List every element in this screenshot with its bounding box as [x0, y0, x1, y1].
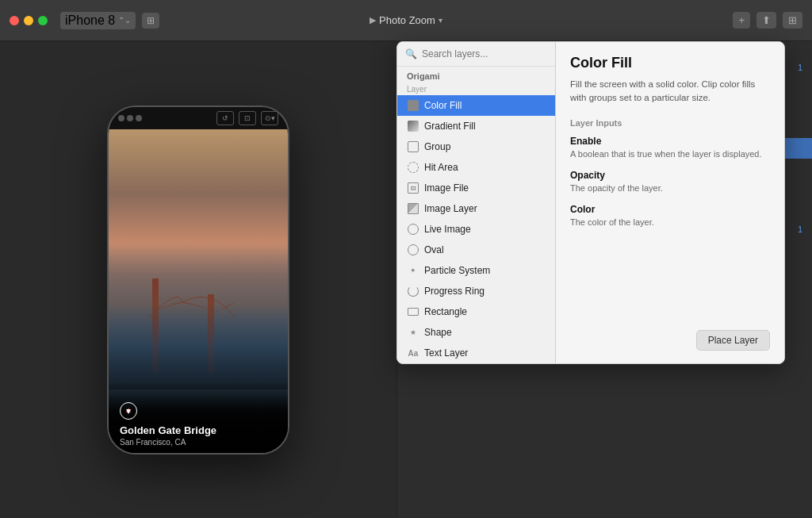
origami-label: Origami [397, 67, 555, 83]
settings-button[interactable]: ⊙▾ [261, 111, 278, 125]
group-list-icon [407, 140, 419, 153]
location-sub: San Francisco, CA [120, 438, 277, 447]
dot-1 [118, 115, 124, 121]
view-icon: ⊞ [788, 14, 797, 26]
place-layer-button[interactable]: Place Layer [696, 330, 770, 351]
opacity-prop: Opacity The opacity of the layer. [570, 170, 770, 194]
gradient-fill-list-icon [407, 120, 419, 132]
dropdown-item-rectangle[interactable]: Rectangle [397, 301, 555, 322]
particle-list-icon: ✦ [407, 264, 419, 277]
dropdown-item-group[interactable]: Group [397, 136, 555, 157]
iphone-mockup: ↺ ⊡ ⊙▾ [107, 106, 289, 455]
dropdown-item-oval[interactable]: Oval [397, 240, 555, 260]
title-center: ▶ Photo Zoom ▾ [370, 14, 442, 26]
fullscreen-button[interactable] [38, 16, 48, 25]
color-prop: Color The color of the layer. [570, 204, 770, 228]
iphone-screen: Golden Gate Bridge San Francisco, CA [109, 129, 288, 453]
title-bar: iPhone 8 ⌃⌄ ⊞ ▶ Photo Zoom ▾ + ⬆ ⊞ [0, 0, 812, 41]
live-image-list-icon [407, 223, 419, 236]
shape-item-label: Shape [424, 327, 452, 338]
add-button[interactable]: + [733, 12, 750, 29]
share-icon: ⬆ [762, 14, 771, 26]
rectangle-item-label: Rectangle [424, 306, 467, 317]
opacity-prop-desc: The opacity of the layer. [570, 182, 770, 194]
title-right-buttons: + ⬆ ⊞ [733, 12, 802, 29]
opacity-prop-name: Opacity [570, 170, 770, 181]
compass-south [126, 409, 131, 414]
title-arrow-icon: ▶ [370, 15, 376, 25]
color-fill-item-label: Color Fill [424, 100, 462, 111]
enable-prop-name: Enable [570, 136, 770, 147]
bridge-overlay [109, 247, 288, 389]
scale-value: 1 [798, 224, 802, 234]
group-item-label: Group [424, 141, 450, 152]
image-file-item-label: Image File [424, 182, 469, 194]
mirror-button[interactable]: ⊞ [142, 13, 159, 29]
dropdown-item-particle[interactable]: ✦ Particle System [397, 260, 555, 281]
iphone-controls: ↺ ⊡ ⊙▾ [216, 111, 278, 125]
hit-area-list-icon [407, 161, 419, 174]
search-input[interactable] [422, 48, 547, 59]
oval-list-icon [407, 244, 419, 256]
device-label: iPhone 8 [65, 13, 115, 28]
search-bar: 🔍 [397, 42, 555, 67]
dropdown-item-image-layer[interactable]: Image Layer [397, 198, 555, 219]
iphone-bottom-bar: Golden Gate Bridge San Francisco, CA [109, 382, 288, 453]
close-button[interactable] [10, 16, 19, 25]
color-fill-list-icon [407, 99, 419, 112]
dropdown-item-progress[interactable]: Progress Ring [397, 281, 555, 301]
view-button[interactable]: ⊞ [783, 12, 802, 29]
dropdown-item-hit-area[interactable]: Hit Area [397, 157, 555, 178]
shape-list-icon: ★ [407, 326, 419, 339]
detail-description: Fill the screen with a solid color. Clip… [570, 78, 770, 106]
layer-dropdown: 🔍 Origami Layer Color Fill Gradient Fill… [396, 41, 785, 364]
compass-icon [120, 402, 137, 420]
dropdown-item-image-file[interactable]: 🖼 Image File [397, 178, 555, 198]
detail-title: Color Fill [570, 55, 770, 71]
search-icon: 🔍 [405, 48, 417, 59]
camera-button[interactable]: ⊡ [239, 111, 256, 125]
dropdown-item-shape[interactable]: ★ Shape [397, 322, 555, 343]
image-file-list-icon: 🖼 [407, 182, 419, 194]
dropdown-item-gradient-fill[interactable]: Gradient Fill [397, 116, 555, 136]
enable-prop: Enable A boolean that is true when the l… [570, 136, 770, 160]
canvas-panel: ↺ ⊡ ⊙▾ [0, 41, 396, 518]
opacity-value: 1 [798, 63, 802, 72]
app-title: Photo Zoom [379, 14, 435, 26]
text-layer-list-icon: Aa [407, 347, 419, 359]
hit-area-item-label: Hit Area [424, 162, 458, 173]
device-selector[interactable]: iPhone 8 ⌃⌄ [60, 12, 136, 29]
progress-list-icon [407, 285, 419, 297]
gradient-fill-item-label: Gradient Fill [424, 121, 476, 132]
rectangle-list-icon [407, 305, 419, 318]
enable-prop-desc: A boolean that is true when the layer is… [570, 148, 770, 160]
minimize-button[interactable] [24, 16, 33, 25]
oval-item-label: Oval [424, 244, 444, 255]
traffic-lights [10, 16, 48, 25]
dot-2 [127, 115, 133, 121]
location-name: Golden Gate Bridge [120, 424, 277, 436]
share-button[interactable]: ⬆ [756, 12, 776, 29]
image-layer-item-label: Image Layer [424, 203, 477, 214]
text-layer-item-label: Text Layer [424, 347, 468, 359]
particle-item-label: Particle System [424, 265, 490, 276]
iphone-top-bar: ↺ ⊡ ⊙▾ [109, 107, 288, 129]
layer-list-panel: 🔍 Origami Layer Color Fill Gradient Fill… [397, 42, 556, 363]
compass-inner [125, 408, 132, 414]
color-prop-desc: The color of the layer. [570, 217, 770, 228]
dot-3 [136, 115, 142, 121]
layer-inputs-label: Layer Inputs [570, 118, 770, 128]
layer-detail-panel: Color Fill Fill the screen with a solid … [556, 42, 784, 363]
live-image-item-label: Live Image [424, 224, 471, 235]
dropdown-item-text-layer[interactable]: Aa Text Layer [397, 343, 555, 363]
device-arrows-icon: ⌃⌄ [118, 16, 131, 25]
iphone-top-dots [118, 115, 142, 121]
dropdown-item-color-fill[interactable]: Color Fill [397, 95, 555, 116]
dropdown-item-live-image[interactable]: Live Image [397, 219, 555, 240]
color-prop-name: Color [570, 204, 770, 215]
progress-item-label: Progress Ring [424, 286, 485, 297]
title-chevron-icon: ▾ [439, 16, 442, 25]
image-layer-list-icon [407, 202, 419, 215]
layer-sublabel: Layer [397, 83, 555, 95]
refresh-button[interactable]: ↺ [216, 111, 234, 125]
